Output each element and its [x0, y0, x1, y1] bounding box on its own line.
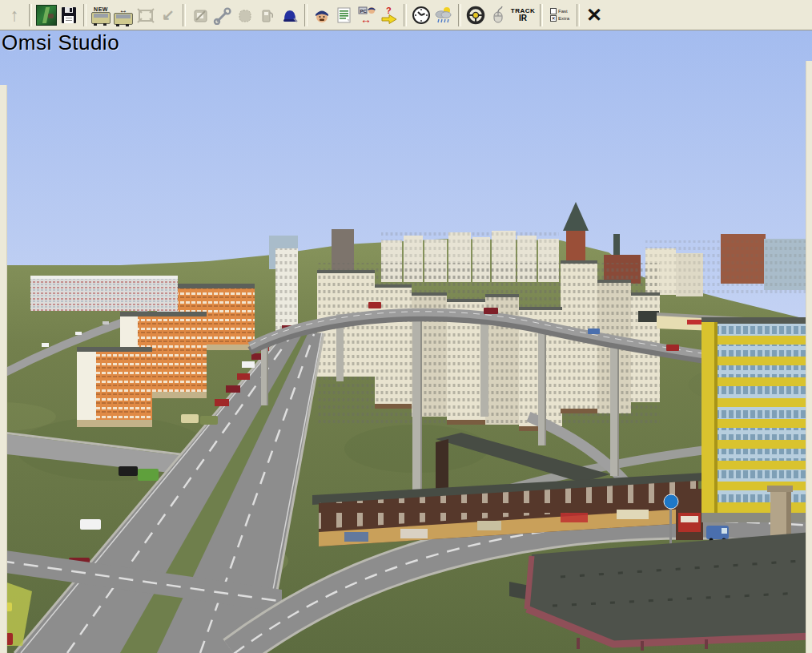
window-frame-left	[0, 85, 7, 653]
window-frame-right	[806, 61, 812, 653]
toolbar-separator	[29, 4, 32, 26]
render-options-button[interactable]: Fast ✕Extra	[546, 3, 573, 27]
close-button[interactable]: ✕	[583, 3, 605, 27]
toolbar-separator	[540, 4, 543, 26]
driver-button[interactable]	[311, 3, 333, 27]
timetable-sheet-icon	[335, 6, 354, 25]
weather-icon	[433, 5, 454, 26]
pc-driver-swap-icon: PC ↔	[356, 5, 377, 26]
map-thumbnail-icon	[36, 5, 57, 26]
frame-icon	[136, 6, 155, 25]
refuel-button[interactable]	[256, 3, 279, 27]
beacon-button[interactable]	[279, 3, 301, 27]
jerrycan-icon	[191, 6, 210, 25]
steering-button[interactable]	[464, 3, 487, 27]
distant-right-cluster	[645, 234, 806, 296]
toolbar-separator	[304, 4, 308, 26]
jerrycan-button[interactable]	[189, 3, 211, 27]
frame-button[interactable]	[135, 3, 157, 27]
svg-text:?: ?	[386, 6, 392, 15]
floppy-disk-icon	[59, 6, 78, 25]
question-arrow-icon: ?	[380, 5, 399, 26]
move-bus-button[interactable]: ↔	[112, 3, 135, 27]
driver-face-icon	[312, 6, 332, 25]
svg-text:↔: ↔	[360, 13, 372, 26]
new-bus-button[interactable]: NEW	[90, 3, 112, 27]
trackir-button[interactable]: TRACK IR	[509, 3, 537, 27]
toolbar-separator	[404, 4, 407, 26]
timetable-button[interactable]	[333, 3, 356, 27]
route-question-button[interactable]: ?	[378, 3, 400, 27]
3d-viewport[interactable]: Omsi Studio	[0, 30, 812, 646]
wrench-icon	[213, 6, 232, 25]
corner-shop	[676, 489, 703, 540]
save-button[interactable]	[58, 3, 80, 27]
toolbar-separator	[577, 4, 580, 26]
enter-bus-button[interactable]: ↙	[157, 3, 179, 27]
toolbar-separator	[183, 4, 186, 26]
close-x-icon: ✕	[586, 6, 602, 25]
mouse-button[interactable]	[487, 3, 509, 27]
mouse-icon	[488, 5, 509, 26]
fuel-pump-icon	[258, 6, 277, 25]
clock-icon	[411, 5, 432, 26]
trackir-text-icon: TRACK IR	[511, 8, 536, 22]
repair-button[interactable]	[211, 3, 234, 27]
back-up-button[interactable]: ↑	[3, 3, 26, 27]
blue-beacon-icon	[280, 6, 299, 25]
ai-swap-button[interactable]: PC ↔	[356, 3, 378, 27]
steering-wheel-icon	[465, 5, 486, 26]
checkboxes-icon: Fast ✕Extra	[550, 8, 569, 22]
time-button[interactable]	[410, 3, 432, 27]
scene-render	[0, 30, 812, 653]
toolbar: ↑ NEW ↔ ↙	[0, 0, 812, 30]
bus-move-icon: ↔	[114, 6, 133, 25]
weather-button[interactable]	[432, 3, 455, 27]
map-button[interactable]	[35, 3, 58, 27]
bus-new-icon: NEW	[91, 6, 111, 24]
toolbar-separator	[83, 4, 86, 26]
viewport-title: Omsi Studio	[2, 30, 119, 55]
cargo-button[interactable]	[234, 3, 256, 27]
sack-icon	[235, 6, 255, 25]
up-arrow-icon: ↑	[10, 6, 19, 24]
arrow-sw-icon: ↙	[162, 7, 175, 22]
toolbar-separator	[458, 4, 461, 26]
